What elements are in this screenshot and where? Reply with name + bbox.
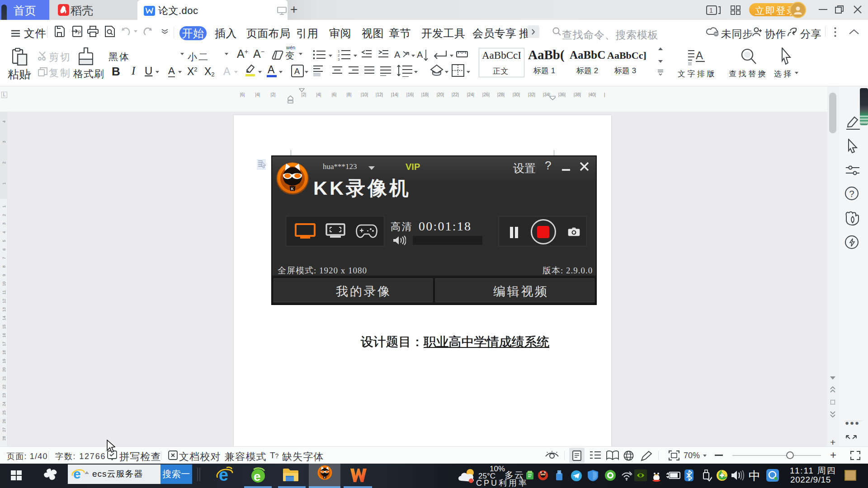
svg-text:K: K [324,477,326,479]
svg-text:A: A [394,50,401,60]
svg-text:1: 1 [709,7,713,14]
svg-text:e: e [219,466,228,484]
svg-text:e: e [73,467,81,481]
svg-text:A: A [417,50,423,60]
svg-text:e: e [254,469,261,483]
svg-text:1: 1 [338,49,340,53]
svg-text:2: 2 [338,53,340,57]
svg-text:A: A [696,49,703,61]
svg-text:K: K [291,187,294,191]
svg-text:P: P [78,30,81,35]
svg-text:3: 3 [338,57,340,61]
svg-text:A: A [294,67,300,76]
